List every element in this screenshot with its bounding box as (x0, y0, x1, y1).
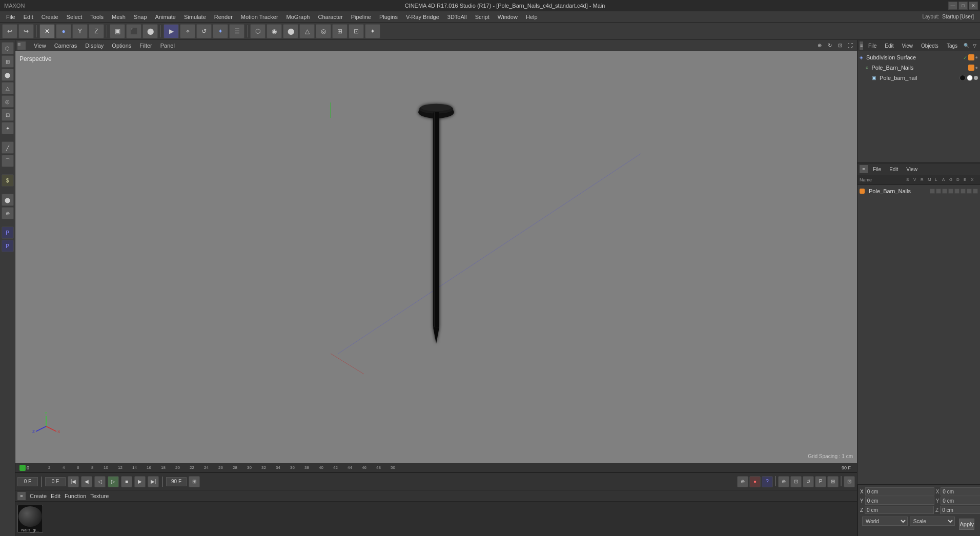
coord-y-size-input[interactable] (941, 497, 980, 505)
grid-tool-button[interactable]: ⊞ (332, 24, 348, 38)
apply-button[interactable]: Apply (959, 519, 974, 530)
props-btn-3[interactable] (942, 189, 947, 194)
menu-snap[interactable]: Snap (130, 13, 151, 21)
goto-end-button[interactable]: ▶| (148, 476, 159, 487)
objmgr-bottom-view[interactable]: View (903, 166, 921, 173)
play-reverse-button[interactable]: ◁ (94, 476, 106, 487)
menu-file[interactable]: File (2, 13, 19, 21)
scale-key-button[interactable]: ⊡ (790, 476, 802, 487)
menu-window[interactable]: Window (494, 13, 522, 21)
props-btn-2[interactable] (936, 189, 941, 194)
menu-script[interactable]: Script (471, 13, 494, 21)
coord-z-input[interactable] (865, 506, 934, 514)
sidebar-btn-10[interactable]: $ (2, 174, 14, 187)
sidebar-btn-1[interactable]: ⬡ (2, 42, 14, 54)
move-tool-button[interactable]: ▶ (164, 24, 179, 38)
coord-x-input[interactable] (865, 487, 934, 496)
menu-pipeline[interactable]: Pipeline (347, 13, 375, 21)
key-selection-button[interactable]: ● (749, 476, 761, 487)
sidebar-btn-7[interactable]: ✦ (2, 122, 14, 134)
prev-frame-button[interactable]: ◀ (81, 476, 92, 487)
maximize-button[interactable]: □ (958, 2, 968, 10)
cone-tool-button[interactable]: △ (299, 24, 315, 38)
props-row-pole-barn-nails[interactable]: Pole_Barn_Nails (858, 186, 980, 196)
frame-start-input[interactable] (45, 477, 66, 486)
cube-tool-button[interactable]: ⬡ (250, 24, 266, 38)
stop-button[interactable]: ■ (121, 476, 132, 487)
menu-render[interactable]: Render (210, 13, 237, 21)
material-swatch[interactable]: Nails_gl... (17, 505, 43, 533)
objmgr-bottom-file[interactable]: File (870, 166, 884, 173)
redo-button[interactable]: ↪ (18, 24, 34, 38)
scale-dropdown[interactable]: Scale (910, 517, 955, 526)
material-menu-icon[interactable]: ≡ (17, 492, 26, 500)
point-key-button[interactable]: ⊞ (827, 476, 839, 487)
props-btn-6[interactable] (961, 189, 966, 194)
rotate-key-button[interactable]: ↺ (803, 476, 814, 487)
filter-icon[interactable]: ▽ (971, 42, 978, 49)
sidebar-btn-6[interactable]: ⊡ (2, 109, 14, 121)
objmgr-bottom-menu-icon[interactable]: ≡ (860, 165, 868, 173)
param-button[interactable]: P (815, 476, 826, 487)
sidebar-btn-11[interactable]: ⬤ (2, 194, 14, 206)
props-btn-4[interactable] (948, 189, 953, 194)
viewport-fullscreen-icon[interactable]: ⛶ (846, 41, 855, 50)
menu-mograph[interactable]: MoGraph (282, 13, 314, 21)
sidebar-btn-9[interactable]: ⌒ (2, 155, 14, 167)
object-row-pole-barn-nail[interactable]: ▣ Pole_barn_nail (858, 73, 980, 83)
frame-end-input[interactable] (166, 477, 187, 486)
world-dropdown[interactable]: World Object (862, 517, 908, 526)
menu-tools[interactable]: Tools (86, 13, 108, 21)
fps-button[interactable]: ⊞ (189, 476, 200, 487)
autokey-button[interactable]: ⊡ (844, 476, 855, 487)
props-btn-7[interactable] (967, 189, 972, 194)
render-all-button[interactable]: ⬤ (142, 24, 158, 38)
undo-button[interactable]: ↩ (2, 24, 17, 38)
search-icon[interactable]: 🔍 (963, 42, 970, 49)
rotate-tool-button[interactable]: ↺ (196, 24, 212, 38)
viewport-menu-panel[interactable]: Panel (158, 43, 177, 49)
light-tool-button[interactable]: ✦ (365, 24, 380, 38)
menu-help[interactable]: Help (522, 13, 542, 21)
material-menu-edit[interactable]: Edit (51, 493, 60, 499)
menu-3dtoall[interactable]: 3DToAll (443, 13, 471, 21)
sidebar-btn-12[interactable]: ⊕ (2, 207, 14, 219)
model-mode-button[interactable]: ✕ (39, 24, 55, 38)
objmgr-objects-button[interactable]: Objects (918, 42, 942, 50)
menu-simulate[interactable]: Simulate (180, 13, 210, 21)
goto-start-button[interactable]: |◀ (68, 476, 79, 487)
sidebar-btn-8[interactable]: ╱ (2, 141, 14, 154)
viewport-menu-cameras[interactable]: Cameras (52, 43, 79, 49)
menu-motion-tracker[interactable]: Motion Tracker (237, 13, 282, 21)
next-frame-button[interactable]: ▶ (134, 476, 146, 487)
render-region-button[interactable]: ▣ (110, 24, 125, 38)
coord-y-input[interactable] (865, 497, 934, 505)
current-frame-input[interactable] (17, 477, 38, 486)
sidebar-btn-3[interactable]: ⬤ (2, 69, 14, 81)
scale-tool-button[interactable]: ⌖ (180, 24, 195, 38)
play-button[interactable]: ▷ (108, 476, 119, 487)
viewport-menu-options[interactable]: Options (110, 43, 133, 49)
menu-mesh[interactable]: Mesh (108, 13, 130, 21)
props-btn-5[interactable] (954, 189, 959, 194)
material-menu-create[interactable]: Create (30, 493, 47, 499)
coord-x-size-input[interactable] (941, 487, 980, 496)
points-mode-button[interactable]: ● (56, 24, 71, 38)
objmgr-tags-button[interactable]: Tags (944, 42, 961, 50)
cylinder-tool-button[interactable]: ⬤ (283, 24, 298, 38)
help-button[interactable]: ? (762, 476, 773, 487)
cursor-tool-button[interactable]: ✦ (213, 24, 228, 38)
props-btn-8[interactable] (973, 189, 978, 194)
menu-create[interactable]: Create (37, 13, 63, 21)
sidebar-btn-4[interactable]: △ (2, 82, 14, 94)
menu-plugins[interactable]: Plugins (375, 13, 402, 21)
close-button[interactable]: ✕ (969, 2, 978, 10)
viewport[interactable]: Perspective (15, 51, 857, 463)
objmgr-bottom-edit[interactable]: Edit (886, 166, 901, 173)
key-all-button[interactable]: ⊕ (737, 476, 748, 487)
objmgr-menu-icon[interactable]: ≡ (860, 42, 863, 50)
object-row-pole-barn-nails[interactable]: ○ Pole_Barn_Nails ● (858, 63, 980, 73)
objmgr-view-button[interactable]: View (899, 42, 916, 50)
move-key-button[interactable]: ⊕ (778, 476, 789, 487)
objmgr-edit-button[interactable]: Edit (882, 42, 896, 50)
